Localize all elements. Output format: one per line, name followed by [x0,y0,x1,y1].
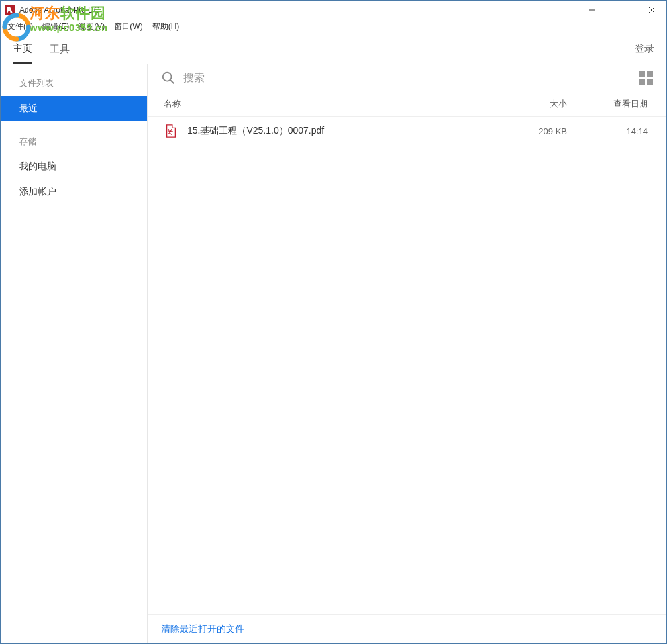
file-size: 209 KB [474,126,567,136]
maximize-button[interactable] [607,1,637,19]
close-button[interactable] [637,1,666,19]
content-area: 名称 大小 查看日期 15.基础工程（V25.1.0）0007.pdf 209 … [148,64,666,643]
login-link[interactable]: 登录 [635,42,654,55]
content-footer: 清除最近打开的文件 [148,614,666,643]
menu-file[interactable]: 文件(F) [3,20,37,34]
title-bar: Adobe Acrobat Pro DC [1,1,666,19]
menu-window[interactable]: 窗口(W) [110,20,146,34]
column-header-name[interactable]: 名称 [161,98,474,110]
search-row [148,64,666,91]
sidebar-item-my-computer[interactable]: 我的电脑 [1,154,147,179]
menu-view[interactable]: 视图(V) [74,20,109,34]
clear-recent-link[interactable]: 清除最近打开的文件 [161,623,244,634]
tab-bar: 主页 工具 登录 [1,34,666,64]
sidebar-item-recent[interactable]: 最近 [1,96,147,121]
svg-line-5 [170,80,174,84]
column-header-date[interactable]: 查看日期 [567,98,653,110]
sidebar-section-files: 文件列表 [1,72,147,96]
menu-help[interactable]: 帮助(H) [148,20,183,34]
menu-bar: 文件(F) 编辑(E) 视图(V) 窗口(W) 帮助(H) [1,19,666,34]
window-title: Adobe Acrobat Pro DC [19,5,99,15]
file-name: 15.基础工程（V25.1.0）0007.pdf [187,125,474,137]
svg-rect-1 [619,7,625,13]
app-icon [5,5,15,15]
search-input[interactable] [183,72,639,84]
file-row[interactable]: 15.基础工程（V25.1.0）0007.pdf 209 KB 14:14 [148,117,666,145]
column-header-size[interactable]: 大小 [474,98,567,110]
menu-edit[interactable]: 编辑(E) [38,20,73,34]
sidebar: 文件列表 最近 存储 我的电脑 添加帐户 [1,64,148,643]
main-area: 文件列表 最近 存储 我的电脑 添加帐户 名称 大小 查看日期 15.基础工程（… [1,64,666,643]
sidebar-item-add-account[interactable]: 添加帐户 [1,179,147,205]
grid-view-icon[interactable] [639,71,653,85]
search-icon [161,71,176,85]
minimize-button[interactable] [577,1,607,19]
file-date: 14:14 [567,126,653,136]
pdf-icon [164,124,178,138]
tab-home[interactable]: 主页 [13,34,32,64]
sidebar-section-storage: 存储 [1,130,147,154]
svg-point-4 [163,73,172,81]
table-header: 名称 大小 查看日期 [148,91,666,117]
tab-tools[interactable]: 工具 [50,35,70,62]
